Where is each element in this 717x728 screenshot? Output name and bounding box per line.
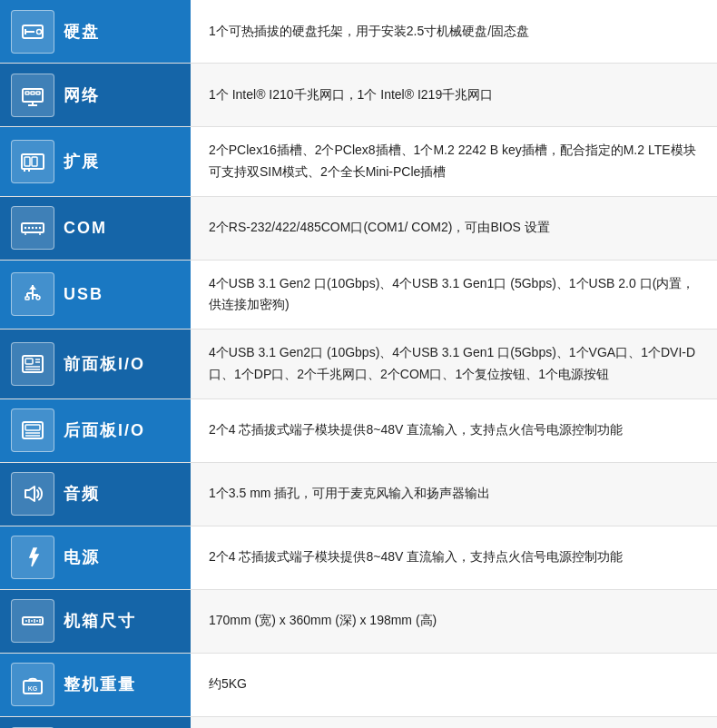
svg-point-16 xyxy=(25,227,26,229)
row-os: 系统支持 Windows 10、ubuntu18.04、CentOS8等 xyxy=(0,717,717,728)
icon-network xyxy=(11,74,54,117)
content-text-audio: 1个3.5 mm 插孔，可用于麦克风输入和扬声器输出 xyxy=(209,483,490,505)
svg-rect-29 xyxy=(25,359,33,364)
content-text-com: 2个RS-232/422/485COM口(COM1/ COM2)，可由BIOS … xyxy=(209,217,550,239)
label-weight: KG 整机重量 xyxy=(0,654,191,716)
content-text-usb: 4个USB 3.1 Gen2 口(10Gbps)、4个USB 3.1 Gen1口… xyxy=(209,273,699,317)
content-com: 2个RS-232/422/485COM口(COM1/ COM2)，可由BIOS … xyxy=(191,197,717,260)
content-expansion: 2个PClex16插槽、2个PClex8插槽、1个M.2 2242 B key插… xyxy=(191,127,717,196)
icon-power xyxy=(11,536,54,579)
label-text-expansion: 扩展 xyxy=(64,151,100,172)
specs-table: 硬盘 1个可热插拔的硬盘托架，用于安装2.5寸机械硬盘/固态盘 网络 1个 In… xyxy=(0,0,717,728)
content-text-rear-io: 2个4 芯插拔式端子模块提供8~48V 直流输入，支持点火信号电源控制功能 xyxy=(209,419,623,441)
label-text-com: COM xyxy=(64,219,107,238)
label-audio: 音频 xyxy=(0,463,191,526)
content-chassis-size: 170mm (宽) x 360mm (深) x 198mm (高) xyxy=(191,590,717,653)
row-network: 网络 1个 Intel® I210千兆网口，1个 Intel® I219千兆网口 xyxy=(0,64,717,127)
content-text-harddisk: 1个可热插拔的硬盘托架，用于安装2.5寸机械硬盘/固态盘 xyxy=(209,21,529,43)
icon-expansion xyxy=(11,140,54,183)
content-os: Windows 10、ubuntu18.04、CentOS8等 xyxy=(191,717,717,728)
label-front-io: 前面板I/O xyxy=(0,330,191,398)
label-harddisk: 硬盘 xyxy=(0,0,191,63)
icon-rear-io xyxy=(11,408,54,452)
content-rear-io: 2个4 芯插拔式端子模块提供8~48V 直流输入，支持点火信号电源控制功能 xyxy=(191,399,717,462)
label-rear-io: 后面板I/O xyxy=(0,399,191,462)
row-chassis-size: 机箱尺寸 170mm (宽) x 360mm (深) x 198mm (高) xyxy=(0,590,717,654)
label-text-power: 电源 xyxy=(64,546,100,568)
label-text-harddisk: 硬盘 xyxy=(64,21,100,43)
label-text-front-io: 前面板I/O xyxy=(64,353,145,375)
icon-weight: KG xyxy=(11,663,54,706)
row-expansion: 扩展 2个PClex16插槽、2个PClex8插槽、1个M.2 2242 B k… xyxy=(0,127,717,197)
svg-text:KG: KG xyxy=(28,685,38,692)
row-com: COM 2个RS-232/422/485COM口(COM1/ COM2)，可由B… xyxy=(0,197,717,261)
label-text-network: 网络 xyxy=(64,84,100,106)
label-com: COM xyxy=(0,197,191,260)
svg-point-18 xyxy=(32,227,34,229)
icon-usb xyxy=(11,272,54,316)
content-network: 1个 Intel® I210千兆网口，1个 Intel® I219千兆网口 xyxy=(191,64,717,126)
content-harddisk: 1个可热插拔的硬盘托架，用于安装2.5寸机械硬盘/固态盘 xyxy=(191,0,717,63)
row-weight: KG 整机重量 约5KG xyxy=(0,654,717,717)
content-text-weight: 约5KG xyxy=(209,674,247,695)
content-text-expansion: 2个PClex16插槽、2个PClex8插槽、1个M.2 2242 B key插… xyxy=(209,140,699,183)
icon-audio xyxy=(11,472,54,516)
label-text-chassis-size: 机箱尺寸 xyxy=(64,610,136,632)
icon-chassis-size xyxy=(11,599,54,643)
svg-point-27 xyxy=(36,296,40,300)
svg-rect-35 xyxy=(25,425,40,430)
row-harddisk: 硬盘 1个可热插拔的硬盘托架，用于安装2.5寸机械硬盘/固态盘 xyxy=(0,0,717,64)
row-audio: 音频 1个3.5 mm 插孔，可用于麦克风输入和扬声器输出 xyxy=(0,463,717,526)
content-front-io: 4个USB 3.1 Gen2口 (10Gbps)、4个USB 3.1 Gen1 … xyxy=(191,330,717,398)
label-os: 系统支持 xyxy=(0,717,191,728)
label-usb: USB xyxy=(0,261,191,330)
svg-rect-12 xyxy=(32,157,37,166)
icon-harddisk xyxy=(11,10,54,54)
label-text-rear-io: 后面板I/O xyxy=(64,419,145,441)
svg-point-20 xyxy=(39,227,41,229)
row-power: 电源 2个4 芯插拔式端子模块提供8~48V 直流输入，支持点火信号电源控制功能 xyxy=(0,526,717,590)
row-usb: USB 4个USB 3.1 Gen2 口(10Gbps)、4个USB 3.1 G… xyxy=(0,261,717,330)
label-network: 网络 xyxy=(0,64,191,126)
svg-rect-25 xyxy=(25,297,29,300)
svg-rect-5 xyxy=(25,92,29,94)
svg-rect-4 xyxy=(23,89,43,102)
label-text-usb: USB xyxy=(64,285,103,304)
svg-point-19 xyxy=(35,227,37,229)
label-power: 电源 xyxy=(0,526,191,589)
svg-rect-7 xyxy=(36,92,40,94)
content-text-front-io: 4个USB 3.1 Gen2口 (10Gbps)、4个USB 3.1 Gen1 … xyxy=(209,342,699,386)
content-text-power: 2个4 芯插拔式端子模块提供8~48V 直流输入，支持点火信号电源控制功能 xyxy=(209,546,623,568)
row-front-io: 前面板I/O 4个USB 3.1 Gen2口 (10Gbps)、4个USB 3.… xyxy=(0,330,717,399)
content-audio: 1个3.5 mm 插孔，可用于麦克风输入和扬声器输出 xyxy=(191,463,717,526)
content-text-network: 1个 Intel® I210千兆网口，1个 Intel® I219千兆网口 xyxy=(209,84,493,106)
svg-point-1 xyxy=(37,29,42,34)
row-rear-io: 后面板I/O 2个4 芯插拔式端子模块提供8~48V 直流输入，支持点火信号电源… xyxy=(0,399,717,463)
svg-rect-6 xyxy=(31,92,34,94)
label-text-audio: 音频 xyxy=(64,483,100,505)
label-text-weight: 整机重量 xyxy=(64,674,136,695)
label-chassis-size: 机箱尺寸 xyxy=(0,590,191,653)
svg-point-17 xyxy=(28,227,30,229)
svg-rect-11 xyxy=(25,157,30,166)
content-power: 2个4 芯插拔式端子模块提供8~48V 直流输入，支持点火信号电源控制功能 xyxy=(191,526,717,589)
icon-front-io xyxy=(11,342,54,386)
content-weight: 约5KG xyxy=(191,654,717,716)
label-expansion: 扩展 xyxy=(0,127,191,196)
content-text-chassis-size: 170mm (宽) x 360mm (深) x 198mm (高) xyxy=(209,610,437,632)
content-usb: 4个USB 3.1 Gen2 口(10Gbps)、4个USB 3.1 Gen1口… xyxy=(191,261,717,330)
icon-com xyxy=(11,206,54,250)
